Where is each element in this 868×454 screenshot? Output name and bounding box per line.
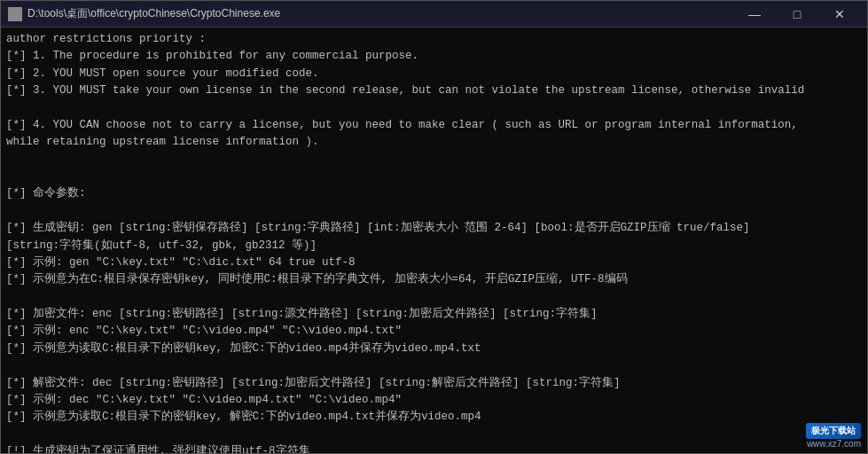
window-title: D:\tools\桌面\office\cryptoChinese\CryptoC… <box>27 6 280 21</box>
watermark-logo: 极光下载站 <box>806 423 861 439</box>
svg-rect-0 <box>10 9 20 20</box>
close-button[interactable]: ✕ <box>819 1 860 27</box>
console-output: author restrictions priority : [*] 1. Th… <box>1 27 867 453</box>
app-icon <box>8 7 22 21</box>
watermark: 极光下载站 www.xz7.com <box>806 423 861 449</box>
title-bar: D:\tools\桌面\office\cryptoChinese\CryptoC… <box>1 1 867 27</box>
window-controls: — □ ✕ <box>734 1 860 27</box>
watermark-url: www.xz7.com <box>807 439 861 449</box>
maximize-button[interactable]: □ <box>777 1 817 27</box>
minimize-button[interactable]: — <box>734 1 775 27</box>
